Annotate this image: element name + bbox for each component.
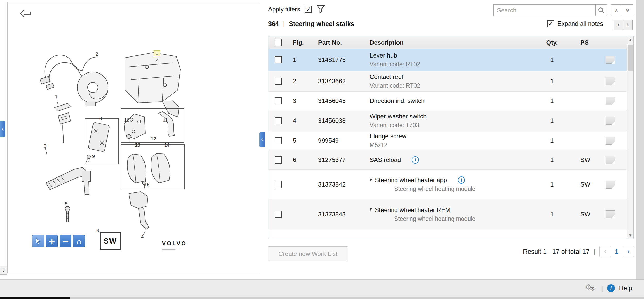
- table-row[interactable]: 6 31275377 SAS reload 1 SW: [268, 150, 627, 170]
- description-cell: Flange screw M5x12: [364, 133, 531, 149]
- figure-label: 15: [144, 182, 149, 187]
- zoom-out-button[interactable]: [60, 235, 71, 247]
- current-page-number: 1: [615, 248, 618, 255]
- sw-label: SW: [104, 237, 117, 245]
- find-next-button[interactable]: [622, 4, 633, 16]
- find-previous-button[interactable]: [611, 4, 622, 16]
- taskbar-edge: [0, 297, 644, 299]
- filter-funnel-icon[interactable]: [317, 5, 325, 14]
- quantity: 1: [531, 117, 573, 124]
- collapse-illustration-tab[interactable]: [259, 132, 265, 147]
- checkbox-cell: [268, 78, 288, 85]
- note-cell: [604, 77, 627, 85]
- table-row[interactable]: 1 31481775 Lever hub Variant code: RT02 …: [268, 49, 627, 71]
- subnode-triangle-icon: [370, 208, 372, 211]
- info-icon[interactable]: [458, 176, 465, 184]
- part-description: Steering wheel heater app: [375, 176, 447, 184]
- table-row[interactable]: 31373843 Steering wheel heater REM Steer…: [268, 199, 627, 229]
- figure-label: 1: [154, 50, 160, 56]
- figure-label: 7: [55, 95, 58, 99]
- part-number: 31275377: [312, 156, 364, 164]
- scrollbar-up-button[interactable]: [627, 36, 633, 43]
- part-description: Flange screw: [370, 133, 406, 140]
- note-icon[interactable]: [606, 117, 615, 125]
- row-checkbox[interactable]: [275, 156, 282, 164]
- figure-label: 13: [135, 143, 140, 147]
- figure-label: 6: [96, 228, 99, 233]
- chevron-left-icon: [261, 136, 264, 143]
- note-cell: [604, 156, 627, 164]
- note-icon[interactable]: [606, 210, 615, 218]
- apply-filters-label: Apply filters: [268, 6, 300, 13]
- description-cell: Contact reel Variant code: RT02: [364, 73, 531, 89]
- row-checkbox[interactable]: [275, 117, 282, 124]
- next-page-button[interactable]: [623, 246, 634, 257]
- home-view-button[interactable]: [73, 235, 85, 247]
- quantity: 1: [531, 97, 573, 104]
- settings-gears-icon[interactable]: [585, 282, 597, 294]
- brand-smallprint: [162, 249, 175, 250]
- bottom-left-scroll-button[interactable]: [0, 266, 7, 275]
- create-worklist-button[interactable]: Create new Work List: [268, 246, 348, 261]
- scrollbar-thumb[interactable]: [628, 45, 633, 71]
- scrollbar-down-button[interactable]: [627, 232, 633, 239]
- search-icon: [598, 7, 605, 14]
- table-header-row: Fig. Part No. Description Qty. PS: [268, 36, 627, 49]
- row-checkbox[interactable]: [275, 78, 282, 85]
- info-icon[interactable]: [412, 156, 419, 164]
- note-cell: [604, 137, 627, 145]
- chevron-left-icon: [2, 126, 4, 132]
- previous-group-button[interactable]: [614, 20, 623, 30]
- expand-notes-checkbox[interactable]: [547, 20, 554, 27]
- row-checkbox[interactable]: [275, 137, 282, 144]
- note-icon[interactable]: [606, 77, 615, 85]
- zoom-in-button[interactable]: [46, 235, 58, 247]
- table-row[interactable]: 2 31343662 Contact reel Variant code: RT…: [268, 71, 627, 92]
- note-icon[interactable]: [606, 97, 615, 105]
- chevron-down-icon: [625, 8, 630, 13]
- previous-page-button[interactable]: [599, 246, 611, 257]
- window-right-edge: [636, 0, 644, 279]
- row-checkbox[interactable]: [275, 211, 282, 218]
- note-icon[interactable]: [606, 137, 615, 145]
- table-row[interactable]: 3 31456045 Direction ind. switch 1: [268, 92, 627, 110]
- apply-filters-checkbox[interactable]: [305, 6, 312, 13]
- table-row[interactable]: 5 999549 Flange screw M5x12 1: [268, 131, 627, 150]
- cursor-icon: [35, 238, 41, 245]
- note-icon[interactable]: [606, 181, 615, 189]
- row-checkbox[interactable]: [275, 181, 282, 188]
- chevron-right-icon: [626, 22, 629, 28]
- description-cell: Lever hub Variant code: RT02: [364, 52, 531, 68]
- header-qty: Qty.: [531, 39, 573, 46]
- table-scrollbar[interactable]: [627, 36, 633, 239]
- search-group: [493, 4, 633, 16]
- search-button[interactable]: [596, 4, 607, 16]
- help-link[interactable]: Help: [619, 285, 632, 292]
- row-checkbox[interactable]: [275, 56, 282, 63]
- part-description: Steering wheel heater REM: [375, 206, 450, 214]
- description-cell: Wiper-washer switch Variant code: T703: [364, 113, 531, 129]
- part-number: 31373842: [312, 181, 364, 188]
- note-icon[interactable]: [606, 56, 615, 64]
- collapse-left-sidebar-tab[interactable]: [0, 121, 5, 137]
- pointer-tool-button[interactable]: [32, 235, 44, 247]
- table-row[interactable]: 31373842 Steering wheel heater app Steer…: [268, 170, 627, 199]
- triangle-up-icon: [629, 38, 631, 41]
- collapsed-panel-edge: [4, 2, 4, 273]
- quantity: 1: [531, 137, 573, 144]
- row-checkbox[interactable]: [275, 97, 282, 104]
- search-input[interactable]: [493, 4, 596, 16]
- select-all-checkbox[interactable]: [275, 39, 282, 46]
- section-title: Steering wheel stalks: [289, 20, 354, 28]
- description-cell: Steering wheel heater REM Steering wheel…: [364, 206, 531, 222]
- table-row[interactable]: 4 31456038 Wiper-washer switch Variant c…: [268, 110, 627, 131]
- next-group-button[interactable]: [623, 20, 633, 30]
- note-cell: [604, 181, 627, 189]
- note-icon[interactable]: [606, 156, 615, 164]
- figure-label: 14: [164, 143, 170, 147]
- part-description: Wiper-washer switch: [370, 113, 427, 120]
- parts-diagram: [8, 2, 259, 274]
- part-number: 31373843: [312, 211, 364, 218]
- variant-code: Variant code: RT02: [370, 61, 531, 68]
- sub-description: Steering wheel heating module: [394, 215, 531, 222]
